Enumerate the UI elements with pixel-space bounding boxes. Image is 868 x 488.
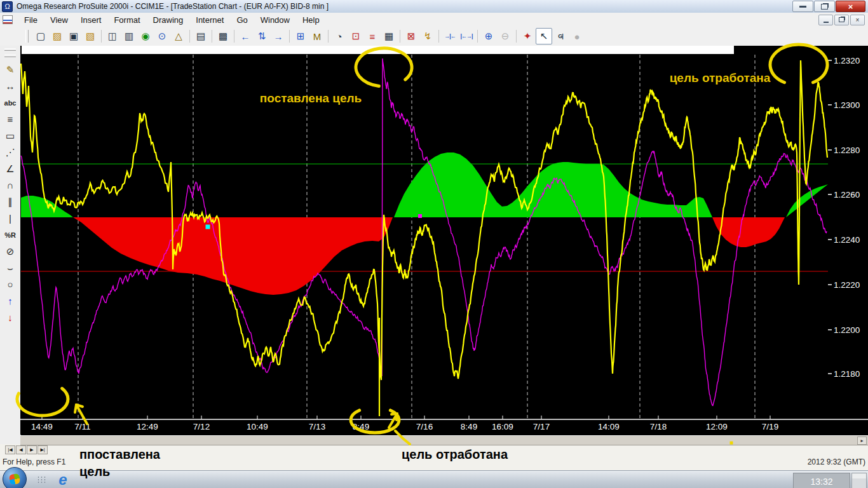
format-grid-button[interactable]: ▦ <box>381 28 397 44</box>
show-desktop-button[interactable] <box>851 473 867 488</box>
vertical-line-tool[interactable]: | <box>2 210 18 226</box>
menu-go[interactable]: Go <box>230 14 254 26</box>
taskbar-clock[interactable]: 13:32 <box>793 473 850 488</box>
toolbar-separator <box>101 30 102 43</box>
workspace-window-button[interactable]: ◫ <box>104 28 121 44</box>
menu-drawing[interactable]: Drawing <box>147 14 190 26</box>
percent-r-tool[interactable]: %R <box>2 227 18 243</box>
hand-drawn-circle <box>770 44 827 83</box>
x-axis-label: 7/17 <box>533 422 550 431</box>
point-fan-tool[interactable]: ⋰ <box>2 144 18 160</box>
grid-lines-tool[interactable]: ∥ <box>2 194 18 210</box>
drawing-toolbar: ✎↔abc≡▭⋰∠∩∥|%R⊘⌣○↑↓ <box>0 46 21 444</box>
expand-tool[interactable]: ↔ <box>2 78 18 94</box>
y-axis-label: 1.2300 <box>834 100 860 110</box>
tab-nav-1[interactable]: ◀ <box>16 445 26 454</box>
chart-annotation-text: цель отработана <box>670 71 771 85</box>
hand-drawn-stroke <box>76 405 87 424</box>
back-page-button[interactable]: ← <box>237 28 254 44</box>
radar-screen-button[interactable]: ◉ <box>137 28 154 44</box>
menu-file[interactable]: File <box>18 14 44 26</box>
status-help-text: For Help, press F1 <box>3 458 65 466</box>
tab-nav-0[interactable]: |◀ <box>5 445 15 454</box>
time-frame-button[interactable]: ◔ <box>331 28 348 44</box>
global-cursor-button[interactable]: G| <box>552 28 569 44</box>
x-axis-label: 16:09 <box>492 422 513 431</box>
y-axis-label: 1.2260 <box>834 190 860 200</box>
x-axis-label: 7/16 <box>416 422 433 431</box>
hand-drawn-stroke <box>397 414 397 420</box>
format-studies-button[interactable]: ≡ <box>364 28 381 44</box>
arrow-down-tool[interactable]: ↓ <box>2 309 18 325</box>
hand-drawn-stroke <box>389 414 397 428</box>
power-editor-button[interactable]: ↯ <box>419 28 436 44</box>
fan-lines-tool[interactable]: ∠ <box>2 161 18 177</box>
menu-format[interactable]: Format <box>107 14 146 26</box>
y-axis-label: 1.2280 <box>834 146 860 155</box>
format-properties-button[interactable]: ▩ <box>215 28 231 44</box>
x-axis-label: 14:49 <box>31 422 53 431</box>
no-edit-tool[interactable]: ⊘ <box>2 243 18 259</box>
zoom-out-button[interactable]: ⊖ <box>497 28 513 44</box>
price-line <box>21 60 827 380</box>
menu-help[interactable]: Help <box>296 14 326 26</box>
x-axis-label: 14:09 <box>598 422 620 431</box>
mdi-restore-icon <box>839 17 844 22</box>
toolbar-separator <box>477 30 478 43</box>
expand-bars-button[interactable]: |←→| <box>458 28 475 44</box>
import-data-button[interactable]: ▧ <box>82 28 98 44</box>
minimize-button[interactable] <box>792 1 813 12</box>
parallel-lines-tool[interactable]: ≡ <box>2 111 18 127</box>
drawing-tools-button[interactable]: ✦ <box>519 28 536 44</box>
mdi-restore-button[interactable] <box>834 15 849 25</box>
analysis-techniques-button[interactable]: ⊠ <box>403 28 419 44</box>
hand-drawn-circle <box>17 388 68 416</box>
menu-internet[interactable]: Internet <box>189 14 230 26</box>
chart-analysis-button[interactable]: ▥ <box>121 28 137 44</box>
member-functions-button[interactable]: M <box>309 28 325 44</box>
y-axis-label: 1.2220 <box>834 280 860 290</box>
option-analysis-button[interactable]: ⊙ <box>154 28 170 44</box>
menu-insert[interactable]: Insert <box>74 14 108 26</box>
print-button[interactable]: ▤ <box>193 28 209 44</box>
trade-marker-magenta <box>418 214 422 218</box>
pages-stack-button[interactable]: ⇅ <box>254 28 270 44</box>
y-axis-label: 1.2180 <box>834 369 860 379</box>
horizontal-scrollbar[interactable]: ▸ <box>20 435 868 445</box>
zoom-in-button[interactable]: ⊕ <box>480 28 497 44</box>
pencil-tool[interactable]: ✎ <box>2 62 18 78</box>
compress-bars-button[interactable]: →|← <box>442 28 458 44</box>
minimize-icon <box>799 6 806 8</box>
restore-button[interactable] <box>814 1 835 12</box>
screen: Ω Omega Research ProSuite 2000i - CCIM1E… <box>0 0 868 488</box>
scroll-right-button[interactable]: ▸ <box>857 437 867 445</box>
rectangle-tool[interactable]: ▭ <box>2 128 18 144</box>
menu-view[interactable]: View <box>44 14 74 26</box>
arcs-tool[interactable]: ∩ <box>2 177 18 193</box>
curve-tool[interactable]: ⌣ <box>2 260 18 276</box>
open-workspace-button[interactable]: ▨ <box>49 28 65 44</box>
ellipse-tool[interactable]: ○ <box>2 276 18 292</box>
start-button[interactable] <box>3 467 27 488</box>
save-workspaces-button[interactable]: ▣ <box>65 28 82 44</box>
tab-nav-3[interactable]: ▶| <box>37 445 48 454</box>
mdi-close-button[interactable]: × <box>850 15 865 25</box>
pointer-button[interactable]: ↖ <box>536 28 552 44</box>
arrow-up-tool[interactable]: ↑ <box>2 293 18 309</box>
send-to-web-button[interactable]: ● <box>569 28 585 44</box>
white-cover-band <box>22 46 734 54</box>
new-document-button[interactable]: ▢ <box>32 28 49 44</box>
tab-nav-2[interactable]: ▶ <box>27 445 37 454</box>
close-button[interactable]: × <box>836 1 865 12</box>
insert-chart-button[interactable]: ⊞ <box>292 28 309 44</box>
account-manager-button[interactable]: △ <box>170 28 187 44</box>
format-symbol-button[interactable]: ⊡ <box>348 28 364 44</box>
x-axis-label: 8:49 <box>353 422 369 431</box>
status-datetime: 2012 9:32 (GMT) <box>808 458 865 466</box>
mdi-minimize-button[interactable] <box>818 15 833 25</box>
forward-page-button[interactable]: → <box>270 28 287 44</box>
window-title: Omega Research ProSuite 2000i - CCIM1E -… <box>17 2 329 11</box>
menu-window[interactable]: Window <box>254 14 296 26</box>
internet-explorer-icon[interactable]: e <box>55 471 71 488</box>
text-tool[interactable]: abc <box>2 95 18 111</box>
